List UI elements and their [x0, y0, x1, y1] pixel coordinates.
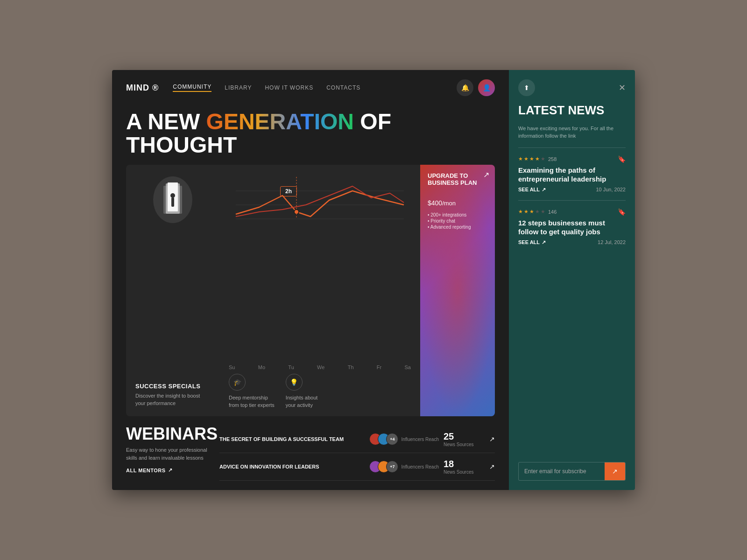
news-item-1-top: ★ ★ ★ ★ ★ 258 🔖: [518, 155, 626, 163]
nav-links: COMMUNITY LIBRARY HOW IT WORKS CONTACTS: [173, 84, 443, 92]
news-2-date: 12 Jul, 2022: [598, 239, 626, 245]
news-divider-1: [518, 147, 626, 148]
right-panel: ⬆ ✕ LATEST NEWS We have exciting news fo…: [509, 70, 635, 490]
chart-card: 2h Su Mo Tu We Th Fr Sa 🎓 Deep mentorshi…: [219, 165, 420, 416]
right-panel-header: ⬆ ✕: [518, 79, 626, 96]
nav-community[interactable]: COMMUNITY: [173, 84, 211, 92]
insights-icon: 💡: [286, 374, 303, 391]
webinars-section: WEBINARS Easy way to hone your professio…: [112, 416, 509, 490]
subscribe-input[interactable]: [519, 462, 605, 480]
news-item-1: ★ ★ ★ ★ ★ 258 🔖 Examining the paths of e…: [518, 155, 626, 193]
nav-contacts[interactable]: CONTACTS: [326, 84, 360, 91]
navbar: MIND ® COMMUNITY LIBRARY HOW IT WORKS CO…: [112, 70, 509, 105]
success-title: SUCCESS SPECIALS: [135, 383, 210, 390]
webinar-2-label: News Sources: [444, 469, 481, 475]
news-1-date: 10 Jun, 2022: [596, 187, 626, 192]
mentorship-icon: 🎓: [229, 374, 246, 391]
latest-news-subtitle: We have exciting news for you. For all t…: [518, 125, 626, 140]
chart-label-tu: Tu: [288, 364, 294, 370]
webinars-left: WEBINARS Easy way to hone your professio…: [126, 426, 219, 481]
latest-news-title: LATEST NEWS: [518, 104, 626, 117]
webinar-2-influencers: Influencers Reach: [401, 464, 439, 469]
chart-feature-row: 🎓 Deep mentorshipfrom top tier experts 💡…: [229, 374, 411, 409]
upgrade-feature-3: Advanced reporting: [428, 224, 487, 230]
news-1-count: 258: [548, 156, 557, 162]
success-info: SUCCESS SPECIALS Discover the insight to…: [135, 383, 210, 407]
upgrade-feature-2: Priority chat: [428, 218, 487, 224]
webinar-1-stat: 25 News Sources: [444, 431, 481, 447]
news-2-footer: SEE ALL ↗ 12 Jul, 2022: [518, 239, 626, 245]
subscribe-area: ↗: [518, 462, 626, 481]
chart-tooltip: 2h: [280, 186, 297, 196]
webinar-2-num: 18: [444, 459, 481, 469]
success-specials-card: SUCCESS SPECIALS Discover the insight to…: [126, 165, 219, 416]
upgrade-price: $400/mon: [428, 190, 487, 208]
chart-label-mo: Mo: [258, 364, 265, 370]
news-2-bookmark[interactable]: 🔖: [618, 208, 626, 216]
news-1-title: Examining the paths of entrepreneurial l…: [518, 166, 626, 184]
webinar-item: THE SECRET OF BUILDING A SUCCESSFUL TEAM…: [219, 426, 495, 453]
cards-row: SUCCESS SPECIALS Discover the insight to…: [112, 165, 509, 416]
feature-insights: 💡 Insights aboutyour activity: [286, 374, 318, 409]
webinar-1-title: THE SECRET OF BUILDING A SUCCESSFUL TEAM: [219, 436, 365, 442]
news-1-bookmark[interactable]: 🔖: [618, 155, 626, 163]
webinar-1-avatars: +4 Influencers Reach: [369, 433, 439, 445]
upgrade-card[interactable]: ↗ UPGRADE TO BUSINESS PLAN $400/mon 200+…: [420, 165, 495, 416]
all-mentors-link[interactable]: ALL MENTORS ↗: [126, 467, 219, 473]
success-image: [142, 174, 203, 235]
success-desc: Discover the insight to boost your perfo…: [135, 392, 210, 407]
svg-point-5: [170, 193, 175, 198]
news-divider-2: [518, 200, 626, 201]
chart-label-th: Th: [348, 364, 354, 370]
subscribe-button[interactable]: ↗: [605, 462, 625, 480]
webinar-2-avatars: +7 Influencers Reach: [369, 461, 439, 473]
webinar-item: ADVICE ON INNOVATION FOR LEADERS +7 Infl…: [219, 453, 495, 481]
webinars-title: WEBINARS: [126, 426, 219, 442]
news-2-stars: ★ ★ ★ ★ ★: [518, 209, 545, 215]
webinar-2-title: ADVICE ON INNOVATION FOR LEADERS: [219, 463, 365, 470]
feature-mentorship: 🎓 Deep mentorshipfrom top tier experts: [229, 374, 275, 409]
nav-library[interactable]: LIBRARY: [225, 84, 252, 91]
hero-title-gradient: GENERATION: [206, 109, 354, 134]
chart-label-fr: Fr: [377, 364, 381, 370]
upgrade-features-list: 200+ integrations Priority chat Advanced…: [428, 212, 487, 230]
all-mentors-arrow: ↗: [168, 467, 173, 473]
all-mentors-label: ALL MENTORS: [126, 468, 166, 473]
share-button[interactable]: ⬆: [518, 79, 535, 96]
webinar-1-arrow[interactable]: ↗: [489, 435, 495, 443]
news-2-see-all[interactable]: SEE ALL ↗: [518, 239, 546, 245]
webinars-list: THE SECRET OF BUILDING A SUCCESSFUL TEAM…: [219, 426, 495, 481]
webinar-2-stat: 18 News Sources: [444, 459, 481, 475]
upgrade-feature-1: 200+ integrations: [428, 212, 487, 218]
news-item-2: ★ ★ ★ ★ ★ 146 🔖 12 steps businesses must…: [518, 208, 626, 245]
news-1-rating: ★ ★ ★ ★ ★ 258: [518, 156, 557, 162]
news-2-rating: ★ ★ ★ ★ ★ 146: [518, 209, 557, 215]
hero-title-pre: A NEW: [126, 109, 206, 134]
news-2-title: 12 steps businesses must follow to get q…: [518, 218, 626, 237]
webinar-1-influencers: Influencers Reach: [401, 437, 439, 442]
user-avatar[interactable]: 👤: [478, 79, 495, 96]
mentorship-desc: Deep mentorshipfrom top tier experts: [229, 394, 275, 409]
close-button[interactable]: ✕: [619, 83, 626, 93]
news-1-footer: SEE ALL ↗ 10 Jun, 2022: [518, 187, 626, 193]
chart-label-we: We: [317, 364, 324, 370]
nav-how-it-works[interactable]: HOW IT WORKS: [265, 84, 313, 91]
chart-label-su: Su: [229, 364, 235, 370]
webinar-avatar-extra-2: +7: [386, 461, 398, 473]
webinar-2-arrow[interactable]: ↗: [489, 463, 495, 470]
spacer: [518, 253, 626, 455]
upgrade-label: UPGRADE TO BUSINESS PLAN: [428, 172, 487, 187]
svg-rect-4: [171, 197, 174, 207]
hero-section: A NEW GENERATION OF THOUGHT: [112, 105, 509, 165]
nav-icons: 🔔 👤: [457, 79, 495, 96]
chart-labels: Su Mo Tu We Th Fr Sa: [229, 362, 411, 370]
webinars-desc: Easy way to hone your professional skill…: [126, 446, 219, 462]
webinar-1-num: 25: [444, 431, 481, 442]
notifications-button[interactable]: 🔔: [457, 79, 473, 96]
news-1-see-all[interactable]: SEE ALL ↗: [518, 187, 546, 193]
news-item-2-top: ★ ★ ★ ★ ★ 146 🔖: [518, 208, 626, 216]
webinar-avatar-extra-1: +4: [386, 433, 398, 445]
news-1-stars: ★ ★ ★ ★ ★: [518, 156, 545, 162]
chart-area: 2h: [229, 172, 411, 362]
main-panel: MIND ® COMMUNITY LIBRARY HOW IT WORKS CO…: [112, 70, 509, 490]
